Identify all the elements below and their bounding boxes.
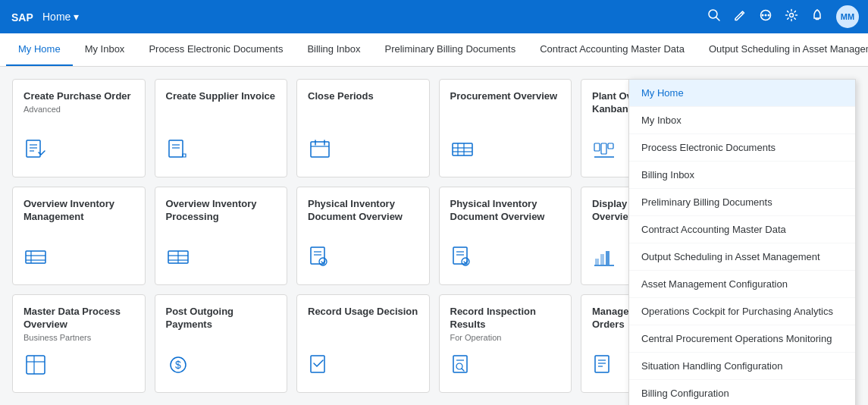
svg-line-3 (716, 17, 720, 20)
payments-icon: $ (166, 353, 277, 381)
svg-rect-44 (311, 247, 324, 264)
dropdown-item-prelim-billing[interactable]: Preliminary Billing Documents (629, 189, 855, 216)
home-nav-label[interactable]: Home ▾ (42, 11, 79, 23)
svg-rect-19 (311, 142, 329, 157)
dropdown-item-asset-mgmt-config[interactable]: Asset Management Configuration (629, 271, 855, 298)
svg-rect-53 (600, 254, 604, 265)
tile-phys-inv-doc-1[interactable]: Physical Inventory Document Overview (296, 187, 430, 285)
svg-rect-48 (453, 247, 467, 264)
svg-rect-69 (595, 356, 609, 372)
notifications-icon[interactable] (810, 8, 824, 26)
svg-rect-65 (311, 356, 324, 372)
dropdown-item-situation-handling[interactable]: Situation Handling Configuration (629, 353, 855, 380)
inventory-proc-icon (166, 245, 277, 274)
master-data2-icon (24, 353, 134, 381)
nav-item-output-scheduling[interactable]: Output Scheduling in Asset Management (697, 33, 868, 66)
svg-point-5 (762, 14, 764, 16)
svg-text:SAP: SAP (11, 11, 33, 24)
svg-rect-28 (594, 143, 600, 151)
search-icon[interactable] (707, 8, 721, 26)
top-bar: SAP Home ▾ MM (0, 0, 868, 33)
main-content: Create Purchase Order Advanced Create Su… (0, 67, 868, 405)
dropdown-item-billing-inbox[interactable]: Billing Inbox (629, 162, 855, 189)
phys-inv-doc-icon (308, 245, 418, 274)
nav-item-myhome[interactable]: My Home (6, 33, 73, 66)
tile-post-outgoing-payments[interactable]: Post Outgoing Payments $ (155, 294, 288, 393)
usage-decision-icon (308, 353, 418, 381)
tile-phys-inv-doc-2[interactable]: Physical Inventory Document Overview (439, 187, 572, 285)
edit-icon[interactable] (733, 8, 747, 26)
dropdown-item-electronic-docs[interactable]: Process Electronic Documents (629, 134, 855, 162)
svg-point-6 (765, 14, 767, 16)
tile-overview-inventory-mgmt[interactable]: Overview Inventory Management (12, 187, 146, 285)
svg-text:$: $ (175, 359, 181, 371)
svg-rect-36 (26, 251, 45, 263)
supplier-invoice-icon (166, 137, 277, 166)
svg-rect-60 (27, 356, 45, 374)
sap-logo[interactable]: SAP (9, 8, 36, 26)
svg-point-7 (768, 14, 770, 16)
svg-point-8 (790, 13, 794, 17)
history-icon[interactable] (759, 8, 772, 26)
settings-icon[interactable] (785, 8, 798, 26)
svg-rect-29 (601, 143, 606, 154)
purchase-order-icon (24, 137, 134, 166)
nav-item-myinbox[interactable]: My Inbox (73, 33, 137, 66)
tile-record-usage-decision[interactable]: Record Usage Decision (296, 294, 430, 393)
tile-overview-inventory-proc[interactable]: Overview Inventory Processing (155, 187, 288, 285)
dropdown-item-myinbox[interactable]: My Inbox (629, 107, 855, 134)
nav-bar: My Home My Inbox Process Electronic Docu… (0, 33, 868, 67)
tile-master-data-process-2[interactable]: Master Data Process Overview Business Pa… (12, 294, 146, 393)
nav-item-contract-accounting[interactable]: Contract Accounting Master Data (528, 33, 697, 66)
svg-rect-30 (608, 143, 613, 149)
dropdown-item-output-scheduling[interactable]: Output Scheduling in Asset Management (629, 243, 855, 271)
svg-rect-54 (606, 251, 609, 265)
nav-dropdown-panel: My Home My Inbox Process Electronic Docu… (628, 79, 856, 405)
tile-create-supplier-invoice[interactable]: Create Supplier Invoice (155, 79, 288, 177)
top-bar-icons: MM (707, 5, 859, 28)
user-avatar[interactable]: MM (836, 5, 859, 28)
dropdown-item-central-procurement[interactable]: Central Procurement Operations Monitorin… (629, 325, 855, 353)
svg-rect-12 (27, 140, 40, 157)
inspection-results-icon (450, 353, 561, 381)
nav-item-prelim-billing[interactable]: Preliminary Billing Documents (373, 33, 528, 66)
svg-rect-52 (595, 259, 599, 265)
svg-rect-23 (453, 143, 472, 155)
procurement-icon (450, 137, 561, 166)
dropdown-item-billing-config[interactable]: Billing Configuration (629, 380, 855, 405)
tile-record-inspection-results[interactable]: Record Inspection Results For Operation (439, 294, 572, 393)
svg-rect-66 (453, 356, 467, 372)
svg-rect-16 (169, 140, 183, 157)
dropdown-item-myhome[interactable]: My Home (629, 80, 855, 107)
tile-create-purchase-order[interactable]: Create Purchase Order Advanced (12, 79, 146, 177)
nav-item-electronic-docs[interactable]: Process Electronic Documents (136, 33, 295, 66)
tile-procurement-overview[interactable]: Procurement Overview (439, 79, 572, 177)
close-periods-icon (308, 137, 418, 166)
nav-item-billing-inbox[interactable]: Billing Inbox (295, 33, 372, 66)
dropdown-item-contract-accounting[interactable]: Contract Accounting Master Data (629, 216, 855, 243)
phys-inv-doc2-icon (450, 245, 561, 274)
tile-close-periods[interactable]: Close Periods (296, 79, 430, 177)
inventory-mgmt-icon (24, 245, 134, 274)
dropdown-item-ops-cockpit[interactable]: Operations Cockpit for Purchasing Analyt… (629, 298, 855, 325)
